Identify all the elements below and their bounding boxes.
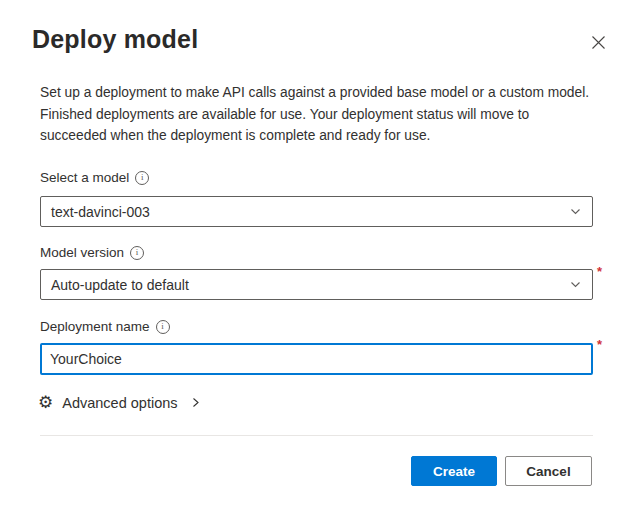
chevron-down-icon <box>569 278 582 291</box>
deployment-name-input[interactable] <box>40 343 593 375</box>
advanced-options-label: Advanced options <box>62 395 177 411</box>
info-icon[interactable]: i <box>156 320 170 334</box>
cancel-button[interactable]: Cancel <box>505 456 592 486</box>
version-field-label-text: Model version <box>40 245 124 260</box>
model-field-label-text: Select a model <box>40 170 129 185</box>
deploy-model-dialog: Deploy model Set up a deployment to make… <box>0 0 637 521</box>
model-field-label: Select a model i <box>40 170 149 185</box>
chevron-down-icon <box>569 205 582 218</box>
advanced-options-toggle[interactable]: ⚙ Advanced options <box>38 394 202 411</box>
gear-icon: ⚙ <box>38 394 53 411</box>
model-select[interactable]: text-davinci-003 <box>40 196 593 227</box>
info-icon[interactable]: i <box>130 246 144 260</box>
close-icon <box>591 35 606 50</box>
chevron-right-icon <box>189 396 202 409</box>
required-asterisk: * <box>597 337 602 352</box>
version-field-label: Model version i <box>40 245 144 260</box>
deployment-name-field-label: Deployment name i <box>40 319 170 334</box>
dialog-description: Set up a deployment to make API calls ag… <box>40 82 597 147</box>
deployment-name-field-label-text: Deployment name <box>40 319 150 334</box>
create-button[interactable]: Create <box>411 456 497 486</box>
version-select-value: Auto-update to default <box>51 277 569 293</box>
version-select[interactable]: Auto-update to default <box>40 269 593 300</box>
footer-divider <box>40 435 593 436</box>
required-asterisk: * <box>597 264 602 279</box>
close-button[interactable] <box>586 30 610 54</box>
dialog-title: Deploy model <box>32 25 198 54</box>
info-icon[interactable]: i <box>135 171 149 185</box>
model-select-value: text-davinci-003 <box>51 204 569 220</box>
